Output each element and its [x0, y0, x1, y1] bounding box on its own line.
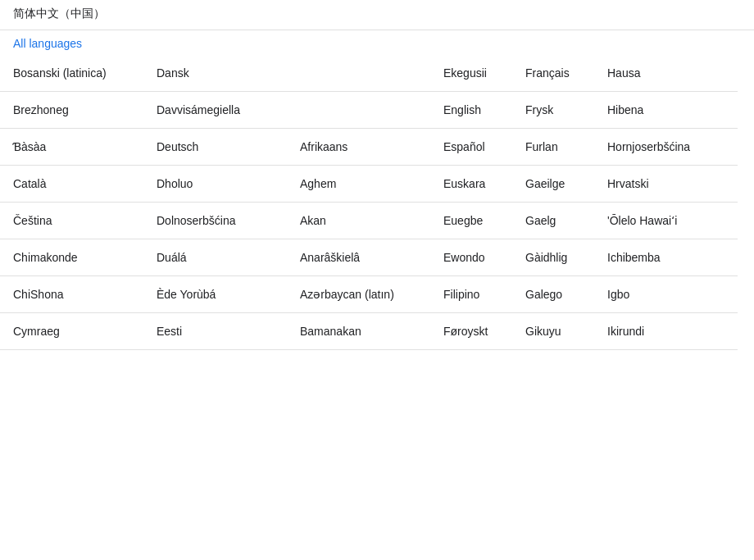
lang-cell[interactable]: Hausa [594, 55, 738, 92]
lang-cell[interactable]: Føroyskt [430, 313, 512, 350]
lang-cell[interactable]: Euegbe [430, 203, 512, 239]
lang-cell[interactable]: ChiShona [0, 276, 143, 313]
lang-cell[interactable]: Furlan [512, 129, 594, 166]
filter-row: All languages [0, 30, 754, 55]
lang-cell[interactable]: Deutsch [143, 129, 287, 166]
language-grid: Bosanski (latinica) Dansk Ekegusii Franç… [0, 55, 754, 350]
lang-cell[interactable]: Ɓàsàa [0, 129, 143, 166]
lang-cell[interactable]: Filipino [430, 276, 512, 313]
lang-cell[interactable]: Aghem [287, 166, 430, 203]
lang-cell[interactable]: Français [512, 55, 594, 92]
lang-cell[interactable]: Dholuo [143, 166, 287, 203]
lang-cell[interactable]: Hrvatski [594, 166, 738, 203]
lang-cell[interactable]: Galego [512, 276, 594, 313]
all-languages-link[interactable]: All languages [13, 37, 82, 50]
lang-cell[interactable]: Dolnoserbšćina [143, 203, 287, 239]
lang-cell[interactable]: Duálá [143, 239, 287, 276]
current-language-label: 简体中文（中国） [13, 7, 105, 20]
lang-cell[interactable]: Chimakonde [0, 239, 143, 276]
lang-cell[interactable]: Bosanski (latinica) [0, 55, 143, 92]
lang-cell[interactable]: 'Ōlelo Hawaiʻi [594, 203, 738, 239]
lang-cell[interactable]: Ikirundi [594, 313, 738, 350]
lang-cell[interactable]: Bamanakan [287, 313, 430, 350]
lang-cell[interactable]: Hibena [594, 92, 738, 129]
lang-cell[interactable]: Frysk [512, 92, 594, 129]
lang-cell[interactable]: Akan [287, 203, 430, 239]
lang-cell[interactable]: Español [430, 129, 512, 166]
lang-cell[interactable]: Ewondo [430, 239, 512, 276]
subheader: 简体中文（中国） [0, 0, 754, 30]
lang-cell[interactable]: Gàidhlig [512, 239, 594, 276]
lang-cell[interactable]: Brezhoneg [0, 92, 143, 129]
lang-cell[interactable]: Dansk [143, 55, 287, 92]
lang-cell[interactable]: Ède Yorùbá [143, 276, 287, 313]
lang-cell[interactable]: Čeština [0, 203, 143, 239]
lang-cell[interactable]: Gaelg [512, 203, 594, 239]
lang-cell[interactable]: Ekegusii [430, 55, 512, 92]
lang-cell[interactable]: Eesti [143, 313, 287, 350]
lang-cell [287, 55, 430, 92]
lang-cell[interactable]: Català [0, 166, 143, 203]
lang-cell[interactable]: Afrikaans [287, 129, 430, 166]
lang-cell[interactable]: Cymraeg [0, 313, 143, 350]
lang-cell [287, 92, 430, 129]
lang-cell[interactable]: English [430, 92, 512, 129]
lang-cell[interactable]: Gikuyu [512, 313, 594, 350]
lang-cell[interactable]: Anarâškielâ [287, 239, 430, 276]
lang-cell[interactable]: Hornjoserbšćina [594, 129, 738, 166]
lang-cell[interactable]: Ichibemba [594, 239, 738, 276]
lang-cell[interactable]: Euskara [430, 166, 512, 203]
lang-cell[interactable]: Igbo [594, 276, 738, 313]
lang-cell[interactable]: Gaeilge [512, 166, 594, 203]
lang-cell[interactable]: Azərbaycan (latın) [287, 276, 430, 313]
lang-cell[interactable]: Davvisámegiella [143, 92, 287, 129]
